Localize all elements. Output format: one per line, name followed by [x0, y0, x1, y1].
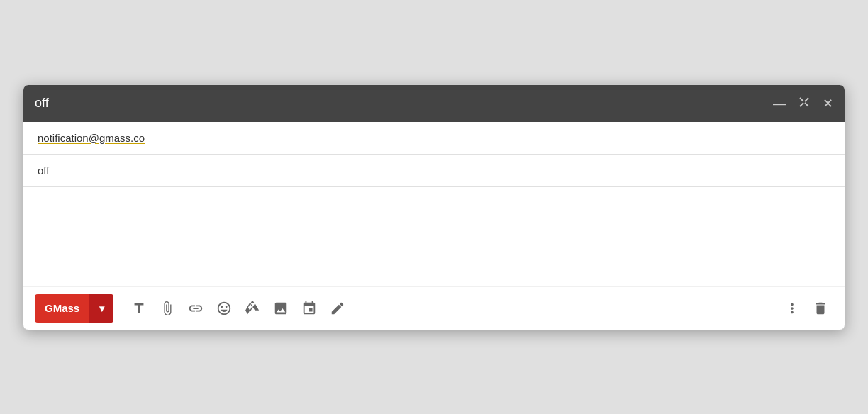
- window-controls: — ✕: [773, 96, 833, 110]
- more-options-button[interactable]: [779, 296, 805, 321]
- drive-button[interactable]: [240, 296, 265, 321]
- toolbar-right: [779, 296, 833, 321]
- link-button[interactable]: [183, 296, 208, 321]
- maximize-button[interactable]: [799, 96, 810, 110]
- gmass-button-area: GMass ▾ ☞: [35, 294, 123, 323]
- discard-button[interactable]: [808, 296, 833, 321]
- photo-button[interactable]: [268, 296, 294, 321]
- close-button[interactable]: ✕: [823, 97, 833, 110]
- format-text-button[interactable]: [126, 296, 152, 321]
- to-field-row: notification@gmass.co: [23, 122, 845, 155]
- signature-button[interactable]: [325, 296, 350, 321]
- subject-field-row: off: [23, 155, 845, 187]
- schedule-button[interactable]: [296, 296, 322, 321]
- emoji-button[interactable]: [211, 296, 237, 321]
- gmass-dropdown-button[interactable]: ▾: [89, 294, 113, 323]
- subject-text: off: [38, 164, 49, 177]
- gmass-label: GMass: [35, 302, 89, 314]
- compose-body: notification@gmass.co off: [23, 122, 845, 286]
- minimize-button[interactable]: —: [773, 97, 786, 110]
- compose-window: off — ✕ notification@gmass.co off GMas: [23, 84, 845, 330]
- window-title: off: [35, 96, 49, 111]
- gmass-button[interactable]: GMass ▾: [35, 294, 113, 323]
- to-address[interactable]: notification@gmass.co: [38, 132, 145, 144]
- compose-toolbar: GMass ▾ ☞: [23, 286, 845, 330]
- attach-button[interactable]: [155, 296, 180, 321]
- hand-cursor-icon: ☞: [55, 322, 82, 330]
- titlebar: off — ✕: [23, 85, 845, 122]
- compose-area[interactable]: [23, 187, 845, 286]
- gmass-dropdown-icon: ▾: [99, 303, 104, 314]
